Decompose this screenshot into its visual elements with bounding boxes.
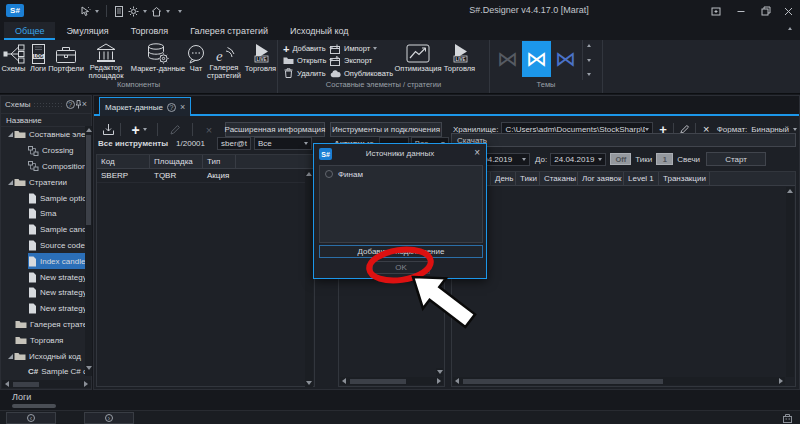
nav-forward-button[interactable]: › xyxy=(84,412,134,424)
tree-item-strategy[interactable]: Sample optio xyxy=(1,190,91,206)
add-button[interactable]: +Добавить xyxy=(283,43,330,54)
tree-horizontal-scrollbar[interactable] xyxy=(2,380,91,388)
tree-item-strategy[interactable]: Sample cand xyxy=(1,222,91,238)
tree-item-strategy[interactable]: New strategy xyxy=(1,301,91,317)
market-data-button[interactable]: Маркет-данные xyxy=(129,40,187,80)
scroll-up-arrow[interactable] xyxy=(306,172,312,176)
delete-button[interactable]: Удалить xyxy=(283,68,330,79)
add-connection-button[interactable]: Добавить подключение xyxy=(319,245,483,258)
tree-item-folder[interactable]: Исходный код xyxy=(1,348,91,364)
ok-button[interactable]: OK xyxy=(372,261,430,274)
extended-info-button[interactable]: Расширенная информация xyxy=(225,122,325,137)
panel-close-icon[interactable]: × xyxy=(82,100,87,109)
scroll-right-arrow[interactable] xyxy=(779,378,783,384)
expander-expanded-icon[interactable] xyxy=(7,353,14,360)
tree-item-strategy[interactable]: Source code xyxy=(1,238,91,254)
tree-item-csharp[interactable]: C#Sample C# c xyxy=(1,364,91,380)
tree-item-folder[interactable]: Составные элем xyxy=(1,127,91,143)
instrument-type-combo[interactable]: Все xyxy=(254,137,312,150)
close-button[interactable] xyxy=(778,0,798,22)
open-button[interactable]: Открыть xyxy=(283,55,330,66)
instruments-connections-button[interactable]: Инструменты и подключения xyxy=(330,122,442,137)
expand-window-button[interactable] xyxy=(703,0,728,22)
tree-item-strategy[interactable]: New strategy xyxy=(1,285,91,301)
expander-expanded-icon[interactable] xyxy=(7,179,14,186)
start-button[interactable]: Старт xyxy=(706,152,766,166)
instruments-table-scrollbar[interactable] xyxy=(305,170,313,387)
scrollbar-thumb[interactable] xyxy=(350,379,406,384)
scrollbar-thumb[interactable] xyxy=(13,382,39,387)
ribbon-tab-emulation[interactable]: Эмуляция xyxy=(55,22,119,40)
remove-instrument-button[interactable]: × xyxy=(193,124,225,136)
scroll-right-arrow[interactable] xyxy=(437,378,441,384)
column-header-orderlog[interactable]: Лог заявок xyxy=(578,172,624,185)
column-header-depths[interactable]: Стаканы xyxy=(540,172,578,185)
tree-item-scheme[interactable]: Composition xyxy=(1,159,91,175)
column-header-ticks[interactable]: Тики xyxy=(516,172,540,185)
column-header-level1[interactable]: Level 1 xyxy=(624,172,659,185)
scrollbar-thumb[interactable] xyxy=(86,135,91,225)
column-header-transactions[interactable]: Транзакции xyxy=(659,172,710,185)
column-header-code[interactable]: Код xyxy=(97,155,150,168)
connection-status-icon[interactable] xyxy=(781,413,794,423)
scroll-up-arrow[interactable] xyxy=(86,128,92,132)
gallery-up-arrow[interactable] xyxy=(587,44,591,47)
dialog-close-icon[interactable]: × xyxy=(474,147,480,158)
scroll-down-arrow[interactable] xyxy=(306,381,312,385)
apply-icon-button[interactable] xyxy=(96,123,120,136)
add-instrument-button[interactable]: + xyxy=(121,124,157,136)
strategy-gallery-button[interactable]: e Галерея стратегий xyxy=(205,40,243,80)
gallery-expand-arrow[interactable] xyxy=(587,73,591,76)
scroll-left-arrow[interactable] xyxy=(5,381,9,387)
logs-button[interactable]: LOG Логи xyxy=(27,40,49,80)
scrollbar-thumb[interactable] xyxy=(463,379,663,384)
candles-toggle[interactable]: 1 xyxy=(656,153,673,165)
logs-panel-tab[interactable]: Логи xyxy=(12,392,31,402)
tab-close-icon[interactable]: × xyxy=(180,103,185,112)
panel-pin-icon[interactable] xyxy=(75,100,82,109)
ribbon-collapse-arrow[interactable] xyxy=(788,27,792,30)
data-source-finam[interactable]: Финам xyxy=(320,166,482,182)
report-icon[interactable] xyxy=(114,6,124,17)
middle-horizontal-scrollbar[interactable] xyxy=(340,377,443,385)
tree-item-scheme[interactable]: Crossing xyxy=(1,143,91,159)
ticks-toggle[interactable]: Off xyxy=(610,153,631,165)
schemas-button[interactable]: Схемы xyxy=(0,40,27,80)
minimize-button[interactable] xyxy=(728,0,753,22)
optimization-button[interactable]: Оптимизация xyxy=(394,40,442,80)
ribbon-tab-gallery[interactable]: Галерея стратегий xyxy=(179,22,279,40)
trading-live-button[interactable]: LIVE Торговля xyxy=(243,40,278,80)
help-dropdown-arrow[interactable] xyxy=(166,10,170,13)
ribbon-tab-trading[interactable]: Торговля xyxy=(120,22,180,40)
theme-light-tile[interactable]: ⋈ xyxy=(551,41,580,77)
column-header-type[interactable]: Тип xyxy=(203,155,236,168)
board-editor-button[interactable]: Редактор площадок xyxy=(83,40,129,80)
tree-item-strategy[interactable]: New strategy xyxy=(1,269,91,285)
middle-scroll-down[interactable] xyxy=(436,368,443,376)
column-header-board[interactable]: Площадка xyxy=(150,155,203,168)
gallery-down-arrow[interactable] xyxy=(587,59,591,62)
tree-item-folder[interactable]: Торговля xyxy=(1,332,91,348)
instrument-search-input[interactable]: sber@t xyxy=(217,137,251,150)
tree-item-folder[interactable]: Стратегии xyxy=(1,174,91,190)
instrument-row-sberp[interactable]: SBERP TQBR Акция xyxy=(97,169,314,183)
scroll-left-arrow[interactable] xyxy=(342,378,346,384)
column-header-day[interactable]: День xyxy=(491,172,516,185)
import-button[interactable]: Импорт xyxy=(330,43,394,54)
chat-button[interactable]: Чат xyxy=(187,40,205,80)
tree-item-folder[interactable]: Галерея стратег xyxy=(1,317,91,333)
theme-blue-selected-tile[interactable]: ⋈ xyxy=(522,41,551,77)
scroll-left-arrow[interactable] xyxy=(455,378,459,384)
tree-item-strategy[interactable]: Sma xyxy=(1,206,91,222)
publish-button[interactable]: Опубликовать xyxy=(330,68,394,79)
settings-gear-icon[interactable] xyxy=(128,6,139,17)
download-button[interactable]: Скачать xyxy=(451,133,796,147)
to-date-combo[interactable]: 24.04.2019 xyxy=(550,153,606,166)
restore-button[interactable] xyxy=(753,0,778,22)
ribbon-tab-general[interactable]: Общее xyxy=(4,22,55,40)
data-table-hscrollbar[interactable] xyxy=(453,377,785,385)
connect-icon[interactable] xyxy=(80,6,91,17)
tab-help-icon[interactable]: ? xyxy=(167,103,176,112)
qat-overflow-arrow[interactable] xyxy=(178,10,182,13)
tree-item-strategy-selected[interactable]: Index candle xyxy=(1,253,91,269)
